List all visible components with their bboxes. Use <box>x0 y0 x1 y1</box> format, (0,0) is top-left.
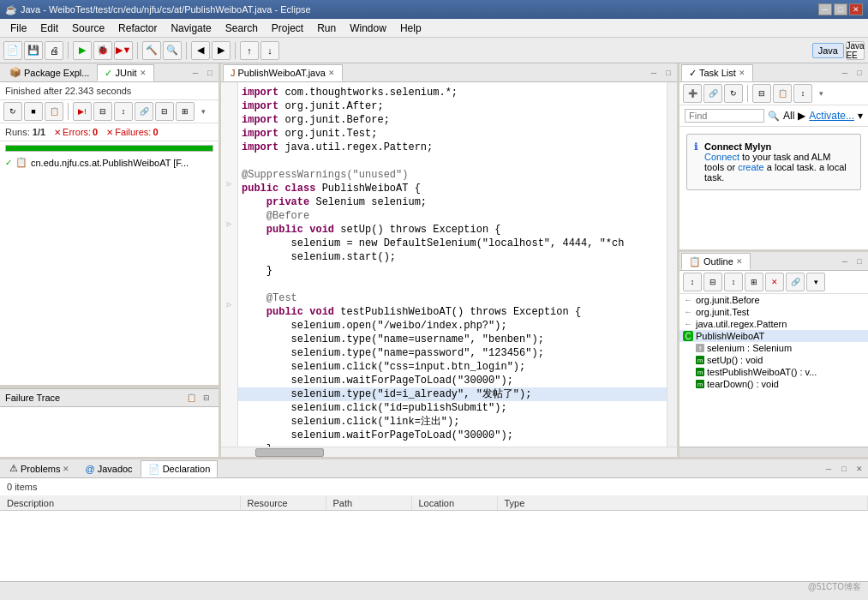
outline-close-icon[interactable]: ✕ <box>736 257 743 266</box>
activate-label[interactable]: Activate... <box>809 110 854 122</box>
task-menu-btn[interactable]: ▾ <box>814 87 828 100</box>
task-sort-btn[interactable]: ↕ <box>793 84 812 103</box>
outline-item-test[interactable]: ← org.junit.Test <box>679 306 868 318</box>
tab-package-explorer[interactable]: 📦 Package Expl... <box>2 64 97 81</box>
outline-expand-btn[interactable]: ⊞ <box>745 273 763 291</box>
outline-hscroll[interactable] <box>679 447 868 457</box>
search-button[interactable]: 🔍 <box>163 41 182 60</box>
close-button[interactable]: ✕ <box>849 3 863 15</box>
outline-item-class[interactable]: C PublishWeiboAT <box>679 330 868 342</box>
editor-tab-publishweibo[interactable]: J PublishWeiboAT.java ✕ <box>223 64 343 81</box>
java-perspective-btn[interactable]: Java <box>812 43 844 58</box>
tab-problems[interactable]: ⚠ Problems ✕ <box>2 460 77 477</box>
tab-task-list[interactable]: ✓ Task List ✕ <box>681 64 753 81</box>
junit-expand-btn[interactable]: ⊞ <box>176 102 195 121</box>
outline-item-before[interactable]: ← org.junit.Before <box>679 294 868 306</box>
junit-run-failed-btn[interactable]: ▶! <box>73 102 92 121</box>
code-content[interactable]: import com.thoughtworks.selenium.*; impo… <box>238 82 667 447</box>
menu-window[interactable]: Window <box>343 21 393 36</box>
tab-junit[interactable]: ✓ JUnit ✕ <box>97 64 153 81</box>
outline-item-field[interactable]: f selenium : Selenium <box>679 342 868 354</box>
task-search-input[interactable] <box>685 109 764 123</box>
hscroll-thumb[interactable] <box>255 448 324 457</box>
failure-trace-header: Failure Trace 📋 ⊟ <box>0 388 218 407</box>
junit-close-icon[interactable]: ✕ <box>140 69 147 77</box>
outline-filter-btn[interactable]: ✕ <box>765 273 784 291</box>
connect-mylyn-text: Connect Mylyn Connect to your task and A… <box>704 141 853 183</box>
new-button[interactable]: 📄 <box>3 41 22 60</box>
nav-button-2[interactable]: ↓ <box>260 41 279 60</box>
outline-menu-btn[interactable]: ▾ <box>806 273 825 291</box>
menu-file[interactable]: File <box>3 21 33 36</box>
failure-copy-btn[interactable]: 📋 <box>184 391 198 405</box>
maximize-left-panel[interactable]: □ <box>203 66 217 80</box>
task-sync-btn[interactable]: ↻ <box>724 84 743 103</box>
junit-filter-btn[interactable]: ⊟ <box>93 102 112 121</box>
bottom-minimize[interactable]: ─ <box>822 462 835 476</box>
nav-button-1[interactable]: ↑ <box>240 41 259 60</box>
outline-item-setup[interactable]: m setUp() : void <box>679 354 868 366</box>
maximize-button[interactable]: □ <box>834 3 847 15</box>
outline-item-testmethod[interactable]: m testPublishWeiboAT() : v... <box>679 366 868 378</box>
minimize-button[interactable]: ─ <box>818 3 832 15</box>
junit-menu-btn[interactable]: ▾ <box>196 105 210 118</box>
junit-tree-item[interactable]: ✓ 📋 cn.edu.njfu.cs.at.PublishWeiboAT [F.… <box>0 155 218 170</box>
back-button[interactable]: ◀ <box>191 41 210 60</box>
task-group-btn[interactable]: 📋 <box>773 84 792 103</box>
run-button[interactable]: ▶ <box>73 41 92 60</box>
gutter-24 <box>221 406 237 420</box>
debug-button[interactable]: 🐞 <box>93 41 112 60</box>
save-button[interactable]: 💾 <box>24 41 43 60</box>
task-new-btn[interactable]: ➕ <box>683 84 702 103</box>
menu-project[interactable]: Project <box>265 21 310 36</box>
editor-vertical-scrollbar[interactable] <box>667 82 677 447</box>
run-config-button[interactable]: ▶▼ <box>114 41 133 60</box>
junit-collapse-btn[interactable]: ⊟ <box>155 102 174 121</box>
task-list-minimize[interactable]: ─ <box>838 66 852 80</box>
outline-sort-btn[interactable]: ↕ <box>683 273 702 291</box>
tab-javadoc[interactable]: @ Javadoc <box>77 460 140 477</box>
tab-outline[interactable]: 📋 Outline ✕ <box>681 253 751 270</box>
editor-tab-close[interactable]: ✕ <box>328 69 335 77</box>
java-ee-perspective-btn[interactable]: Java EE <box>846 41 865 60</box>
junit-refresh-btn[interactable]: ↻ <box>3 102 22 121</box>
menu-search[interactable]: Search <box>218 21 265 36</box>
task-filter-btn[interactable]: ⊟ <box>752 84 771 103</box>
task-list-close-icon[interactable]: ✕ <box>739 69 745 77</box>
outline-maximize[interactable]: □ <box>853 255 866 268</box>
outline-hide-btn[interactable]: ⊟ <box>703 273 722 291</box>
connect-link[interactable]: Connect <box>704 152 739 162</box>
outline-minimize[interactable]: ─ <box>838 255 852 268</box>
menu-run[interactable]: Run <box>310 21 343 36</box>
outline-item-pattern[interactable]: ← java.util.regex.Pattern <box>679 318 868 330</box>
editor-horizontal-scrollbar[interactable] <box>221 447 677 457</box>
junit-scroll-btn[interactable]: ↕ <box>114 102 133 121</box>
print-button[interactable]: 🖨 <box>45 41 63 60</box>
minimize-left-panel[interactable]: ─ <box>189 66 202 80</box>
editor-minimize-btn[interactable]: ─ <box>647 66 661 80</box>
junit-history-btn[interactable]: 📋 <box>45 102 63 121</box>
main-area: 📦 Package Expl... ✓ JUnit ✕ ─ □ Finished… <box>0 63 868 457</box>
menu-source[interactable]: Source <box>65 21 111 36</box>
failure-filter-btn[interactable]: ⊟ <box>200 391 213 405</box>
outline-item-teardown[interactable]: m tearDown() : void <box>679 378 868 390</box>
junit-stats: Runs: 1/1 ✕ Errors: 0 ✕ Failures: 0 <box>0 123 218 141</box>
bottom-maximize[interactable]: □ <box>837 462 851 476</box>
task-list-maximize[interactable]: □ <box>853 66 866 80</box>
outline-link-btn[interactable]: 🔗 <box>786 273 805 291</box>
junit-link-btn[interactable]: 🔗 <box>135 102 153 121</box>
menu-edit[interactable]: Edit <box>33 21 65 36</box>
bottom-close[interactable]: ✕ <box>853 462 866 476</box>
menu-navigate[interactable]: Navigate <box>164 21 218 36</box>
create-link[interactable]: create <box>738 162 764 172</box>
outline-collapse-btn[interactable]: ↕ <box>724 273 743 291</box>
build-button[interactable]: 🔨 <box>142 41 161 60</box>
menu-help[interactable]: Help <box>393 21 428 36</box>
problems-close-icon[interactable]: ✕ <box>63 465 69 473</box>
menu-refactor[interactable]: Refactor <box>111 21 164 36</box>
forward-button[interactable]: ▶ <box>212 41 230 60</box>
task-repo-btn[interactable]: 🔗 <box>703 84 722 103</box>
junit-stop-btn[interactable]: ■ <box>24 102 43 121</box>
editor-maximize-btn[interactable]: □ <box>661 66 675 80</box>
tab-declaration[interactable]: 📄 Declaration <box>141 460 218 477</box>
